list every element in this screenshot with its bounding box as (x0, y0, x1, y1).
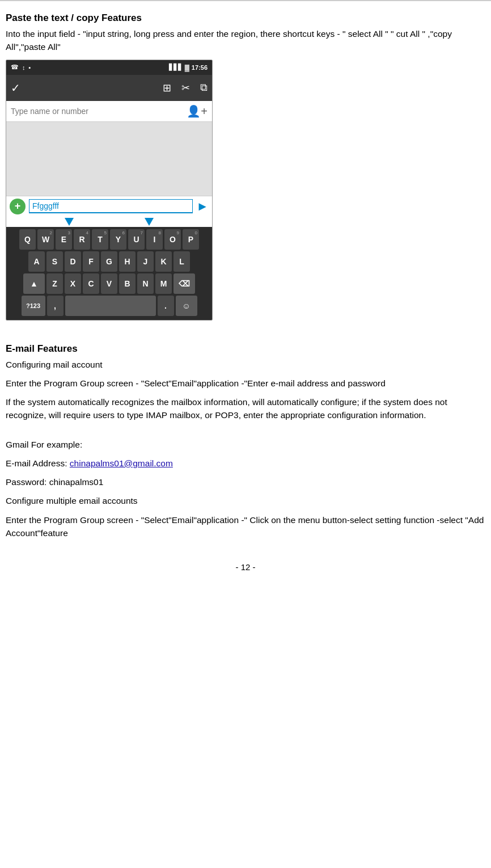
key-emoji[interactable]: ☺ (176, 296, 197, 316)
email-section: E-mail Features Configuring mail account… (6, 343, 485, 540)
key-g[interactable]: G (101, 251, 117, 272)
recipient-input[interactable] (11, 107, 187, 116)
keyboard-row-4: ?123 , . ☺ (7, 296, 211, 316)
action-bar: ✓ ⊞ ✂ ⧉ (6, 75, 212, 101)
key-m[interactable]: M (155, 273, 172, 294)
key-k[interactable]: K (155, 251, 172, 272)
add-contact-icon[interactable]: 👤+ (187, 104, 208, 118)
keyboard-row-1: Q W2 E3 R4 T5 Y6 U7 I8 O9 P0 (7, 229, 211, 250)
phone-icon: ☎ (11, 64, 19, 71)
selection-handle-right (145, 218, 154, 226)
sms-area: + Ffgggfff ► Q W2 E3 R4 T5 Y6 U7 (6, 196, 212, 320)
key-d[interactable]: D (65, 251, 81, 272)
key-a[interactable]: A (28, 251, 45, 272)
page-number: - 12 - (6, 562, 485, 572)
sms-add-button[interactable]: + (10, 199, 26, 214)
auto-config-text: If the system automatically recognizes t… (6, 395, 485, 422)
key-v[interactable]: V (101, 273, 117, 294)
key-s[interactable]: S (46, 251, 63, 272)
sync-icon: ↕ (22, 64, 26, 71)
status-bar: ☎ ↕ ▪ ▋▋▋ ▓ 17:56 (6, 60, 212, 75)
sms-send-button[interactable]: ► (196, 199, 209, 214)
key-n[interactable]: N (137, 273, 154, 294)
password-text: Password: chinapalms01 (6, 475, 485, 488)
key-q[interactable]: Q (19, 229, 36, 250)
selection-handle-left (65, 218, 74, 226)
key-x[interactable]: X (65, 273, 81, 294)
status-bar-right: ▋▋▋ ▓ 17:56 (169, 64, 208, 71)
recipient-row: 👤+ (6, 101, 212, 122)
keyboard: Q W2 E3 R4 T5 Y6 U7 I8 O9 P0 A S D F (6, 227, 212, 320)
battery-icon-small: ▪ (29, 64, 31, 71)
selection-handles (6, 217, 212, 227)
key-z[interactable]: Z (46, 273, 63, 294)
email-label: E-mail Address: (6, 458, 67, 468)
key-w[interactable]: W2 (37, 229, 54, 250)
copy-icon[interactable]: ⧉ (200, 82, 208, 94)
paste-section-title: Paste the text / copy Features (6, 12, 485, 24)
gmail-label: Gmail For example: (6, 438, 485, 451)
key-o[interactable]: O9 (164, 229, 181, 250)
configuring-label: Configuring mail account (6, 358, 485, 371)
email-section-title: E-mail Features (6, 343, 485, 355)
key-y[interactable]: Y6 (110, 229, 126, 250)
enter-program-text: Enter the Program Group screen - "Select… (6, 377, 485, 390)
paste-section-description: Into the input field - "input string, lo… (6, 27, 485, 54)
key-space[interactable] (65, 296, 156, 316)
sms-input-row: + Ffgggfff ► (6, 196, 212, 217)
configure-multiple-text: Configure multiple email accounts (6, 494, 485, 507)
key-p[interactable]: P0 (183, 229, 199, 250)
phone-content-area (6, 122, 212, 196)
grid-icon[interactable]: ⊞ (163, 82, 171, 94)
signal-icon: ▋▋▋ (169, 64, 183, 71)
key-l[interactable]: L (173, 251, 190, 272)
key-comma[interactable]: , (47, 296, 64, 316)
key-u[interactable]: U7 (128, 229, 145, 250)
key-period[interactable]: . (158, 296, 174, 316)
phone-screenshot: ☎ ↕ ▪ ▋▋▋ ▓ 17:56 ✓ ⊞ ✂ ⧉ 👤+ (6, 60, 213, 321)
sms-text-field[interactable]: Ffgggfff (29, 199, 193, 213)
battery-icon: ▓ (185, 64, 189, 71)
check-icon[interactable]: ✓ (11, 81, 20, 95)
keyboard-row-3: ▲ Z X C V B N M ⌫ (7, 273, 211, 294)
action-icons: ⊞ ✂ ⧉ (163, 82, 208, 94)
email-link[interactable]: chinapalms01@gmail.com (70, 458, 173, 468)
cut-icon[interactable]: ✂ (181, 82, 190, 94)
key-symbols[interactable]: ?123 (22, 296, 45, 316)
email-address-line: E-mail Address: chinapalms01@gmail.com (6, 457, 485, 470)
keyboard-row-2: A S D F G H J K L (7, 251, 211, 272)
key-r[interactable]: R4 (74, 229, 90, 250)
key-c[interactable]: C (83, 273, 99, 294)
key-shift[interactable]: ▲ (23, 273, 45, 294)
key-t[interactable]: T5 (92, 229, 108, 250)
key-j[interactable]: J (137, 251, 154, 272)
key-f[interactable]: F (83, 251, 99, 272)
status-time: 17:56 (192, 64, 208, 71)
status-bar-left: ☎ ↕ ▪ (11, 64, 31, 71)
key-backspace[interactable]: ⌫ (173, 273, 195, 294)
key-h[interactable]: H (119, 251, 136, 272)
enter-program2-text: Enter the Program Group screen - "Select… (6, 513, 485, 540)
key-i[interactable]: I8 (146, 229, 163, 250)
paste-section: Paste the text / copy Features Into the … (6, 12, 485, 321)
key-e[interactable]: E3 (56, 229, 72, 250)
key-b[interactable]: B (119, 273, 136, 294)
